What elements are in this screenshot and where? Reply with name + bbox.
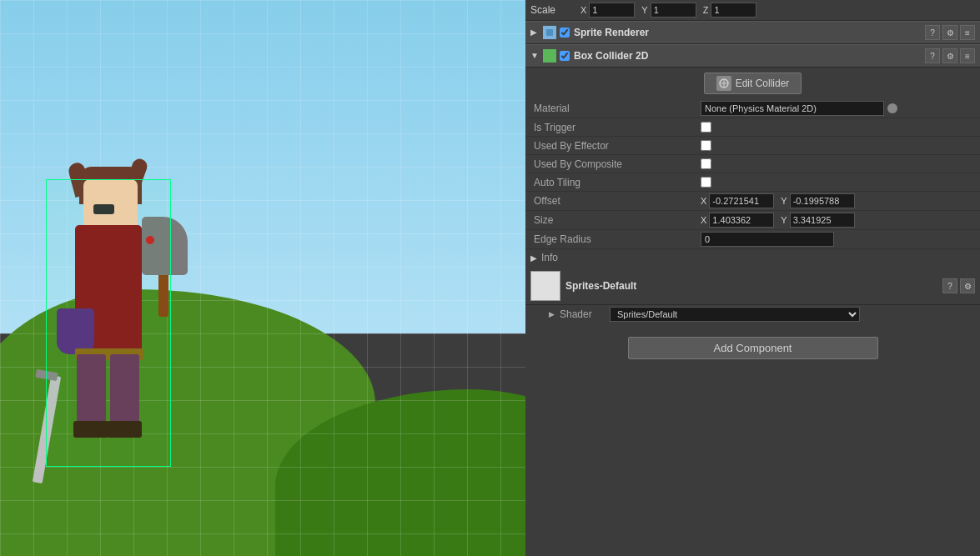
offset-y-input[interactable] bbox=[790, 193, 855, 208]
box-collider-help-btn[interactable]: ? bbox=[925, 48, 940, 63]
sprites-settings-btn[interactable]: ⚙ bbox=[960, 278, 975, 293]
used-by-composite-row: Used By Composite bbox=[525, 155, 980, 173]
size-x-input[interactable] bbox=[709, 213, 774, 228]
material-label: Material bbox=[534, 103, 701, 114]
selection-box bbox=[46, 179, 171, 467]
material-picker-dot[interactable] bbox=[887, 103, 897, 113]
scale-row: Scale X Y Z bbox=[525, 0, 980, 21]
shader-row: ▶ Shader Sprites/Default bbox=[525, 305, 980, 323]
used-by-composite-label: Used By Composite bbox=[534, 158, 701, 170]
edge-radius-row: Edge Radius bbox=[525, 230, 980, 249]
size-xy-pair: X Y bbox=[701, 213, 855, 228]
box-collider-title: Box Collider 2D bbox=[574, 50, 925, 62]
auto-tiling-label: Auto Tiling bbox=[534, 177, 701, 188]
shader-select[interactable]: Sprites/Default bbox=[610, 307, 860, 322]
box-collider-header[interactable]: ▼ Box Collider 2D ? ⚙ ≡ bbox=[525, 44, 980, 68]
sprites-header: Sprites-Default ? ⚙ bbox=[525, 268, 980, 305]
offset-row: Offset X Y bbox=[525, 192, 980, 211]
offset-xy-pair: X Y bbox=[701, 193, 855, 208]
material-input[interactable] bbox=[701, 101, 884, 116]
sprite-renderer-expand-arrow: ▶ bbox=[530, 28, 540, 38]
sprite-renderer-checkbox[interactable] bbox=[560, 28, 570, 38]
sprites-header-icons: ? ⚙ bbox=[942, 278, 975, 293]
box-collider-settings-btn[interactable]: ⚙ bbox=[942, 48, 957, 63]
size-row: Size X Y bbox=[525, 211, 980, 230]
box-collider-body: Edit Collider Material Is Trigger Used B… bbox=[525, 68, 980, 266]
sprites-thumbnail bbox=[530, 271, 560, 301]
size-label: Size bbox=[534, 214, 701, 226]
svg-rect-1 bbox=[546, 29, 553, 36]
used-by-effector-row: Used By Effector bbox=[525, 137, 980, 155]
scale-label: Scale bbox=[530, 4, 580, 16]
offset-y-label: Y bbox=[781, 196, 787, 206]
offset-x-input[interactable] bbox=[709, 193, 774, 208]
edge-radius-input[interactable] bbox=[701, 232, 834, 247]
inspector-panel: Scale X Y Z ▶ Sprite Renderer ? ⚙ ≡ ▼ bbox=[525, 0, 980, 556]
edit-collider-row: Edit Collider bbox=[525, 68, 980, 99]
game-view bbox=[0, 0, 525, 556]
used-by-composite-checkbox[interactable] bbox=[701, 158, 711, 169]
size-y-label: Y bbox=[781, 215, 787, 225]
box-collider-header-icons: ? ⚙ ≡ bbox=[925, 48, 975, 63]
info-row[interactable]: ▶ Info bbox=[525, 249, 980, 266]
edit-collider-icon bbox=[716, 76, 731, 91]
scale-y-input[interactable] bbox=[651, 3, 696, 18]
offset-x-label: X bbox=[701, 196, 706, 206]
sprite-renderer-help-btn[interactable]: ? bbox=[925, 25, 940, 40]
sprites-default-section: Sprites-Default ? ⚙ ▶ Shader Sprites/Def… bbox=[525, 268, 980, 323]
box-collider-icon bbox=[543, 49, 556, 63]
is-trigger-checkbox[interactable] bbox=[701, 122, 711, 133]
shader-label: Shader bbox=[560, 308, 610, 320]
sprites-help-btn[interactable]: ? bbox=[942, 278, 957, 293]
material-row: Material bbox=[525, 99, 980, 118]
size-x-label: X bbox=[701, 215, 706, 225]
sprites-default-title: Sprites-Default bbox=[565, 280, 937, 292]
shader-expand-arrow: ▶ bbox=[549, 310, 555, 318]
used-by-effector-checkbox[interactable] bbox=[701, 140, 711, 151]
bottom-area bbox=[525, 373, 980, 556]
scale-y-label: Y bbox=[641, 5, 647, 15]
sprite-renderer-title: Sprite Renderer bbox=[574, 27, 925, 38]
svg-rect-2 bbox=[545, 51, 555, 61]
scale-z-label: Z bbox=[703, 5, 709, 15]
offset-label: Offset bbox=[534, 195, 701, 207]
sprite-renderer-header[interactable]: ▶ Sprite Renderer ? ⚙ ≡ bbox=[525, 21, 980, 44]
box-collider-menu-btn[interactable]: ≡ bbox=[960, 48, 975, 63]
scale-xyz-group: X Y Z bbox=[580, 3, 756, 18]
sprite-renderer-menu-btn[interactable]: ≡ bbox=[960, 25, 975, 40]
edge-radius-label: Edge Radius bbox=[534, 233, 701, 245]
box-collider-checkbox[interactable] bbox=[560, 51, 570, 61]
sprite-renderer-settings-btn[interactable]: ⚙ bbox=[942, 25, 957, 40]
scale-x-input[interactable] bbox=[589, 3, 635, 18]
size-y-input[interactable] bbox=[790, 213, 855, 228]
is-trigger-label: Is Trigger bbox=[534, 122, 701, 133]
scale-z-input[interactable] bbox=[711, 3, 756, 18]
used-by-effector-label: Used By Effector bbox=[534, 140, 701, 152]
sprite-renderer-icon bbox=[543, 26, 556, 39]
info-label: Info bbox=[541, 252, 558, 263]
auto-tiling-checkbox[interactable] bbox=[701, 177, 711, 188]
edit-collider-button[interactable]: Edit Collider bbox=[704, 73, 802, 94]
auto-tiling-row: Auto Tiling bbox=[525, 173, 980, 192]
box-collider-expand-arrow: ▼ bbox=[530, 51, 540, 61]
is-trigger-row: Is Trigger bbox=[525, 118, 980, 137]
sprite-renderer-header-icons: ? ⚙ ≡ bbox=[925, 25, 975, 40]
add-component-area: Add Component bbox=[525, 323, 980, 373]
info-expand-arrow: ▶ bbox=[530, 253, 537, 263]
add-component-button[interactable]: Add Component bbox=[628, 337, 878, 359]
scale-x-label: X bbox=[580, 5, 586, 15]
